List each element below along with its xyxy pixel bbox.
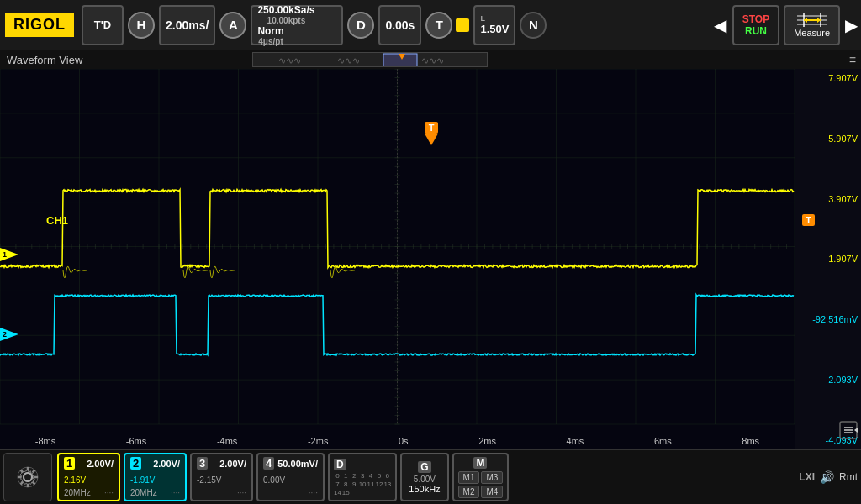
right-scale: 7.907V 5.907V 3.907V 1.907V -92.516mV -2… (795, 69, 861, 449)
ch2-offset: -1.91V (130, 475, 155, 485)
ch3-dots: ···· (237, 488, 246, 497)
waveform-title: Waveform View (0, 54, 82, 66)
m1-button[interactable]: M1 (458, 471, 480, 484)
next-arrow[interactable]: ▶ (842, 15, 861, 35)
scroll-icon[interactable] (839, 421, 858, 443)
rigol-logo: RIGOL (5, 13, 74, 37)
time-label-8: 8ms (742, 436, 759, 446)
time-label-7: 6ms (654, 436, 672, 446)
stop-label: STOP (742, 13, 769, 25)
ch4-volt: 50.00mV/ (277, 459, 318, 469)
ch1-dots: ···· (104, 488, 114, 497)
ch2-volt: 2.00V/ (153, 459, 180, 469)
scale-val-3: 1.907V (798, 254, 858, 264)
sample-rate: 250.00kSa/s (257, 4, 314, 16)
waveform-section: Waveform View ∿∿∿ ∿∿∿ ∿∿∿ ∿∿∿ ≡ T T CH1 (0, 50, 861, 449)
waveform-menu-icon[interactable]: ≡ (849, 53, 856, 66)
time-per-pt: 4μs/pt (258, 37, 283, 46)
settings-button[interactable] (3, 453, 52, 501)
ch2-card[interactable]: 2 2.00V/ -1.91V 20MHz ···· (124, 453, 187, 501)
sample-points: 10.00kpts (267, 16, 306, 25)
run-label: RUN (745, 25, 767, 37)
waveform-header: Waveform View ∿∿∿ ∿∿∿ ∿∿∿ ∿∿∿ ≡ (0, 50, 861, 69)
ch2-dots: ···· (171, 488, 180, 497)
sample-display[interactable]: 250.00kSa/s 10.00kpts Norm 4μs/pt (251, 5, 343, 45)
n-button[interactable]: N (520, 12, 547, 39)
ch4-dots: ···· (309, 488, 318, 497)
measure-button[interactable]: Measure (784, 5, 840, 45)
trigger-t-label: T (425, 122, 438, 134)
measure-icon (795, 13, 829, 28)
m4-button[interactable]: M4 (481, 486, 503, 498)
scale-val-1: 5.907V (798, 134, 858, 144)
t-button[interactable]: T (425, 12, 452, 39)
grid-svg (0, 69, 795, 449)
time-label-5: 2ms (478, 436, 496, 446)
ch1-badge: 1 (64, 457, 75, 470)
ch3-badge: 3 (197, 457, 208, 470)
prev-arrow[interactable]: ◀ (710, 15, 730, 35)
top-bar: RIGOL T'D H 2.00ms/ A 250.00kSa/s 10.00k… (0, 0, 861, 50)
timebase-display[interactable]: 2.00ms/ (159, 5, 215, 45)
trigger-time-display[interactable]: 0.00s (378, 5, 421, 45)
time-label-0: -8ms (35, 436, 55, 446)
ch2-marker: 2 (0, 328, 18, 344)
svg-text:∿∿∿: ∿∿∿ (278, 55, 301, 66)
g-badge: G (418, 461, 430, 473)
m3-button[interactable]: M3 (481, 471, 503, 484)
d-badge: D (334, 459, 346, 470)
a-button[interactable]: A (219, 12, 246, 39)
time-label-6: 4ms (567, 436, 584, 446)
trigger-arrow-down (425, 134, 438, 145)
g-card[interactable]: G 5.00V 150kHz (400, 453, 448, 501)
gear-icon (13, 462, 43, 492)
ch3-offset: -2.15V (197, 475, 221, 485)
ch1-volt: 2.00V/ (87, 459, 114, 469)
norm-label: Norm (257, 25, 283, 37)
scale-val-4: -92.516mV (798, 314, 858, 324)
trig-level-display[interactable]: L 1.50V (473, 5, 515, 45)
time-label-2: -4ms (217, 436, 237, 446)
lxi-label: LXI (799, 471, 815, 483)
g-volt: 5.00V (414, 475, 436, 484)
scope-area: -8ms -6ms -4ms -2ms 0s 2ms 4ms 6ms 8ms (0, 69, 795, 449)
d-channel-grid: 0 1 2 3 4 5 6 7 8 9 10 11 12 13 14 15 (334, 472, 391, 496)
h-button[interactable]: H (128, 12, 155, 39)
time-label-3: -2ms (308, 436, 328, 446)
svg-line-33 (21, 482, 24, 485)
ch4-card[interactable]: 4 50.00mV/ 0.00V ···· (256, 453, 325, 501)
ch3-card[interactable]: 3 2.00V/ -2.15V ···· (190, 453, 253, 501)
m-buttons: M1 M3 M2 M4 (458, 471, 504, 498)
bottom-bar: 1 2.00V/ 2.16V 20MHz ···· 2 2.00V/ -1.91… (0, 449, 861, 504)
svg-point-25 (24, 473, 32, 481)
measure-label: Measure (794, 28, 830, 38)
ch1-marker: 1 (0, 248, 18, 265)
svg-line-31 (33, 482, 35, 485)
ch2-bw: 20MHz (130, 488, 157, 497)
svg-line-30 (21, 470, 24, 473)
trigger-time: 0.00s (385, 18, 415, 32)
svg-text:1: 1 (3, 250, 7, 259)
ch2-badge: 2 (130, 457, 141, 470)
trig-level-value: 1.50V (480, 23, 509, 35)
ch4-badge: 4 (263, 457, 274, 470)
d-card[interactable]: D 0 1 2 3 4 5 6 7 8 9 10 11 12 13 14 15 (328, 453, 397, 501)
stop-run-button[interactable]: STOP RUN (732, 5, 779, 45)
ch3-volt: 2.00V/ (219, 459, 246, 469)
trigger-marker: T (425, 122, 438, 145)
time-axis: -8ms -6ms -4ms -2ms 0s 2ms 4ms 6ms 8ms (0, 436, 795, 446)
svg-marker-22 (854, 428, 858, 433)
svg-text:∿∿∿: ∿∿∿ (421, 55, 444, 66)
speaker-icon[interactable]: 🔊 (820, 470, 834, 484)
m-card[interactable]: M M1 M3 M2 M4 (452, 453, 510, 501)
m2-button[interactable]: M2 (458, 486, 480, 498)
mini-nav-area[interactable]: ∿∿∿ ∿∿∿ ∿∿∿ ∿∿∿ (252, 52, 488, 67)
ch1-card[interactable]: 1 2.00V/ 2.16V 20MHz ···· (57, 453, 120, 501)
timebase-value: 2.00ms/ (166, 18, 209, 32)
trig-indicator (456, 18, 469, 32)
m-badge: M (473, 457, 487, 469)
ch1-offset: 2.16V (64, 475, 86, 485)
td-label: T'D (94, 18, 111, 31)
d-button[interactable]: D (347, 12, 374, 39)
td-button[interactable]: T'D (82, 5, 124, 45)
